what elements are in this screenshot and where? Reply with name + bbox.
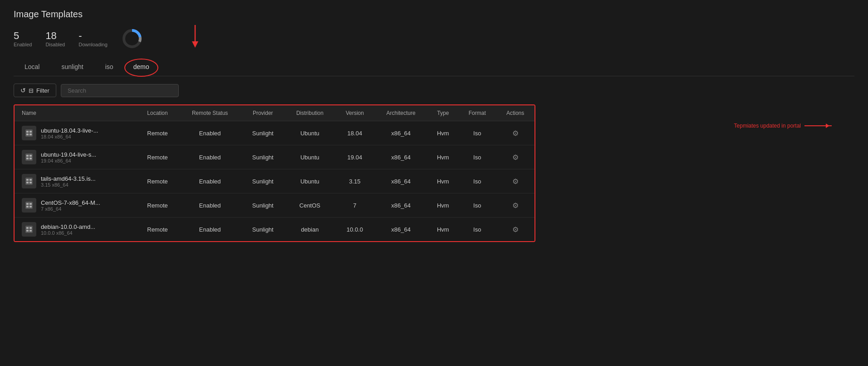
filter-button[interactable]: ↺ ⊟ Filter [14, 84, 56, 97]
gear-icon-4[interactable]: ⚙ [512, 226, 519, 233]
svg-rect-25 [25, 226, 33, 233]
cell-architecture-1: x86_64 [374, 145, 428, 169]
table-row: tails-amd64-3.15.is... 3.15 x86_64 Remot… [15, 169, 535, 193]
cell-version-2: 3.15 [335, 169, 374, 193]
cell-location-2: Remote [137, 169, 179, 193]
cell-status-4: Enabled [179, 218, 241, 242]
annotation-arrow-line [804, 125, 832, 126]
cell-type-4: Hvm [427, 218, 458, 242]
cell-format-3: Iso [458, 193, 496, 218]
cell-architecture-2: x86_64 [374, 169, 428, 193]
col-location: Location [137, 105, 179, 121]
gear-icon-1[interactable]: ⚙ [512, 153, 519, 161]
tab-iso[interactable]: iso [94, 59, 124, 76]
cell-provider-3: Sunlight [241, 193, 284, 218]
row-icon-0 [22, 126, 36, 140]
cell-location-0: Remote [137, 121, 179, 145]
cell-architecture-3: x86_64 [374, 193, 428, 218]
row-icon-4 [22, 222, 36, 237]
gear-icon-2[interactable]: ⚙ [512, 178, 519, 185]
svg-rect-20 [25, 202, 33, 209]
stat-downloading-label: Downloading [78, 42, 108, 47]
svg-rect-19 [29, 182, 32, 183]
gear-icon-3[interactable]: ⚙ [512, 202, 519, 209]
col-type: Type [427, 105, 458, 121]
svg-rect-26 [26, 227, 29, 229]
cell-location-3: Remote [137, 193, 179, 218]
svg-rect-12 [29, 155, 32, 157]
cell-provider-1: Sunlight [241, 145, 284, 169]
svg-rect-18 [26, 182, 29, 183]
cell-version-1: 19.04 [335, 145, 374, 169]
stat-disabled-label: Disabled [45, 42, 65, 47]
col-provider: Provider [241, 105, 284, 121]
filter-label: Filter [36, 87, 49, 94]
red-arrow-annotation [191, 25, 200, 48]
col-architecture: Architecture [374, 105, 428, 121]
row-icon-3 [22, 198, 36, 213]
cell-distribution-2: Ubuntu [284, 169, 335, 193]
templates-table: Name Location Remote Status Provider Dis… [15, 105, 535, 241]
svg-rect-24 [29, 206, 32, 208]
annotation: Tepmiates updated in portal [734, 123, 832, 129]
cell-type-3: Hvm [427, 193, 458, 218]
filter-row: ↺ ⊟ Filter [14, 84, 854, 97]
cell-actions-3: ⚙ [496, 193, 535, 218]
cell-name-1: ubuntu-19.04-live-s... 19.04 x86_64 [15, 145, 137, 169]
cell-format-2: Iso [458, 169, 496, 193]
svg-rect-13 [26, 158, 29, 159]
refresh-icon: ↺ [20, 87, 26, 94]
table-row: ubuntu-19.04-live-s... 19.04 x86_64 Remo… [15, 145, 535, 169]
cell-type-2: Hvm [427, 169, 458, 193]
col-remote-status: Remote Status [179, 105, 241, 121]
cell-status-3: Enabled [179, 193, 241, 218]
templates-table-wrapper: Name Location Remote Status Provider Dis… [14, 104, 535, 242]
row-icon-2 [22, 174, 36, 188]
svg-rect-11 [26, 155, 29, 157]
svg-rect-22 [29, 203, 32, 205]
cell-name-0: ubuntu-18.04.3-live-... 18.04 x86_64 [15, 121, 137, 145]
cell-architecture-0: x86_64 [374, 121, 428, 145]
cell-distribution-0: Ubuntu [284, 121, 335, 145]
cell-location-4: Remote [137, 218, 179, 242]
row-icon-1 [22, 150, 36, 164]
stat-downloading-value: - [78, 30, 108, 42]
tab-demo[interactable]: demo [124, 59, 158, 77]
cell-name-2: tails-amd64-3.15.is... 3.15 x86_64 [15, 169, 137, 193]
cell-provider-2: Sunlight [241, 169, 284, 193]
cell-actions-2: ⚙ [496, 169, 535, 193]
tab-sunlight[interactable]: sunlight [50, 59, 94, 76]
svg-rect-16 [26, 179, 29, 181]
stat-enabled: 5 Enabled [14, 30, 32, 47]
svg-rect-10 [25, 153, 33, 161]
stat-disabled-value: 18 [45, 30, 65, 42]
cell-distribution-3: CentOS [284, 193, 335, 218]
col-distribution: Distribution [284, 105, 335, 121]
svg-marker-4 [192, 41, 198, 48]
svg-rect-21 [26, 203, 29, 205]
cell-format-1: Iso [458, 145, 496, 169]
svg-rect-28 [26, 230, 29, 232]
tab-local[interactable]: Local [14, 59, 50, 76]
stat-downloading: - Downloading [78, 30, 108, 47]
cell-status-2: Enabled [179, 169, 241, 193]
cell-provider-4: Sunlight [241, 218, 284, 242]
stat-disabled: 18 Disabled [45, 30, 65, 47]
col-version: Version [335, 105, 374, 121]
cell-type-1: Hvm [427, 145, 458, 169]
svg-rect-7 [29, 131, 32, 133]
table-header-row: Name Location Remote Status Provider Dis… [15, 105, 535, 121]
table-row: CentOS-7-x86_64-M... 7 x86_64 Remote Ena… [15, 193, 535, 218]
cell-location-1: Remote [137, 145, 179, 169]
table-row: ubuntu-18.04.3-live-... 18.04 x86_64 Rem… [15, 121, 535, 145]
cell-version-4: 10.0.0 [335, 218, 374, 242]
annotation-text: Tepmiates updated in portal [734, 123, 801, 129]
table-row: debian-10.0.0-amd... 10.0.0 x86_64 Remot… [15, 218, 535, 242]
search-input[interactable] [61, 84, 179, 97]
cell-actions-4: ⚙ [496, 218, 535, 242]
svg-rect-5 [25, 129, 33, 137]
col-name: Name [15, 105, 137, 121]
svg-rect-9 [29, 134, 32, 135]
cell-distribution-4: debian [284, 218, 335, 242]
gear-icon-0[interactable]: ⚙ [512, 129, 519, 137]
